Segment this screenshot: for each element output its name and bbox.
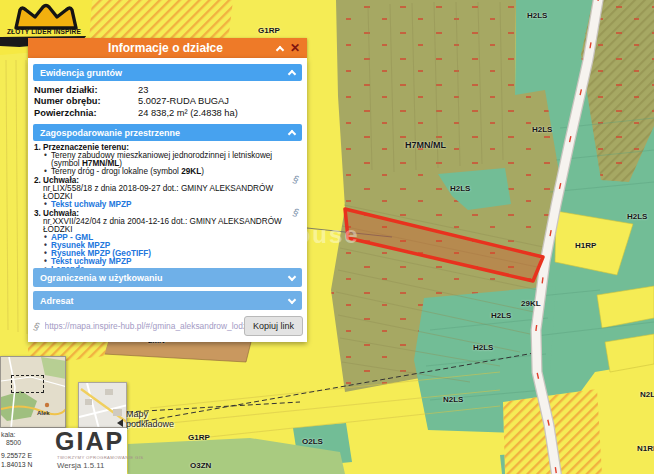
zone-label: H2LS — [450, 184, 470, 193]
zone-label: N2LS — [640, 390, 654, 399]
zone-label: H2LS — [532, 125, 552, 134]
attribute-value: 23 — [138, 85, 301, 96]
resolution-reference: nr XXVII/242/04 z dnia 2004-12-16 dot.: … — [43, 218, 301, 234]
parcel-info-panel-header[interactable]: Informacje o działce ✕ — [28, 38, 307, 58]
item-number: 1. — [34, 144, 43, 152]
link-icon: § — [33, 320, 41, 332]
item-number: 2. — [34, 177, 43, 185]
zone-label: N2LS — [443, 395, 463, 404]
zoning-details: 1. Przeznaczenie terenu: Tereny zabudowy… — [34, 144, 301, 275]
app-window: G1RP H2LS H7MN/ML H2LS H2LS H2LS H1RP 29… — [0, 0, 654, 474]
section-ograniczenia[interactable]: Ograniczenia w użytkowaniu — [33, 268, 302, 287]
section-adresat[interactable]: Adresat — [33, 291, 302, 310]
zoning-bullet: Tereny dróg - drogi lokalne (symbol 29KL… — [51, 168, 301, 176]
giap-logo: GIAP — [55, 429, 124, 454]
attribute-row: Numer działki: 23 — [34, 85, 301, 96]
zone-label: O3ZN — [190, 461, 211, 470]
overview-minimap[interactable]: Alek — [0, 356, 66, 428]
basemap-label: Mapy podkładowe — [126, 409, 174, 429]
attribute-label: Numer działki: — [34, 85, 138, 96]
section-zagospodarowanie[interactable]: Zagospodarowanie przestrzenne — [33, 124, 302, 141]
zoning-item: 2. Uchwała: § nr LIX/558/18 z dnia 2018-… — [34, 177, 301, 209]
app-version: Wersja 1.5.11 — [57, 461, 104, 470]
scale-value: 8500 — [6, 439, 21, 446]
section-title: Ograniczenia w użytkowaniu — [40, 273, 289, 283]
coordinate-northing: 1.84013 N — [1, 461, 32, 468]
section-title: Ewidencja gruntów — [40, 68, 289, 78]
zone-label: H1RP — [575, 241, 596, 250]
copy-link-button[interactable]: Kopiuj link — [244, 316, 303, 336]
basemap-collapse-arrow-icon[interactable] — [117, 419, 123, 427]
chevron-down-icon — [288, 295, 296, 303]
share-url: https://mapa.inspire-hub.pl/#/gmina_alek… — [45, 321, 244, 331]
section-title: Zagospodarowanie przestrzenne — [40, 128, 289, 138]
section-ewidencja-gruntow[interactable]: Ewidencja gruntów — [33, 64, 302, 81]
crown-icon — [8, 2, 84, 30]
attribute-label: Numer obrębu: — [34, 96, 138, 107]
chevron-down-icon — [288, 272, 296, 280]
attribute-label: Powierzchnia: — [34, 108, 138, 119]
zone-label: H2LS — [527, 11, 547, 20]
giap-tagline: TWORZYMY OPROGRAMOWANIE GIS — [57, 455, 143, 460]
award-badge-title: ZŁOTY LIDER INSPIRE — [0, 28, 88, 35]
zone-label: N1RP — [637, 444, 654, 453]
collapse-panel-icon[interactable] — [276, 45, 284, 53]
zone-label: G1RP — [188, 433, 210, 442]
zone-label: H2LS — [491, 311, 511, 320]
scale-label: kala: — [1, 431, 15, 438]
coordinate-easting: 9.25572 E — [1, 452, 32, 459]
attribute-row: Numer obrębu: 5.0027-RUDA BUGAJ — [34, 96, 301, 107]
minimap-extent-box — [11, 375, 44, 393]
attribute-value: 5.0027-RUDA BUGAJ — [138, 96, 301, 107]
parcel-info-panel: Ewidencja gruntów Numer działki: 23 Nume… — [28, 58, 307, 342]
map-footer: kala: 8500 9.25572 E 1.84013 N GIAP TWOR… — [0, 428, 127, 474]
zone-label: 29KL — [521, 299, 541, 308]
attribute-value: 24 838,2 m² (2.4838 ha) — [138, 108, 301, 119]
zone-label: O2LS — [302, 437, 323, 446]
chevron-up-icon — [288, 130, 296, 138]
zone-label: H7MN/ML — [405, 140, 446, 150]
item-number: 3. — [34, 210, 43, 218]
link-tekst-uchwaly-mpzp[interactable]: Tekst uchwały MPZP — [51, 201, 301, 209]
parcel-attributes: Numer działki: 23 Numer obrębu: 5.0027-R… — [34, 85, 301, 119]
zoning-bullet: Tereny zabudowy mieszkaniowej jednorodzi… — [51, 152, 301, 168]
chevron-up-icon — [288, 70, 296, 78]
zoning-item: 1. Przeznaczenie terenu: Tereny zabudowy… — [34, 144, 301, 176]
zone-label: H2LS — [627, 212, 647, 221]
resolution-reference: nr LIX/558/18 z dnia 2018-09-27 dot.: GM… — [43, 185, 301, 201]
zoning-item: 3. Uchwała: § nr XXVII/242/04 z dnia 200… — [34, 210, 301, 274]
zone-label: G1RP — [258, 26, 280, 35]
panel-title: Informacje o działce — [28, 41, 277, 55]
section-title: Adresat — [40, 296, 289, 306]
attribute-row: Powierzchnia: 24 838,2 m² (2.4838 ha) — [34, 108, 301, 119]
share-url-row: § https://mapa.inspire-hub.pl/#/gmina_al… — [32, 314, 303, 338]
minimap-town-label: Alek — [37, 410, 50, 416]
link-tekst-uchwaly-mpzp[interactable]: Tekst uchwały MPZP — [51, 258, 301, 266]
zone-label: H2LS — [473, 343, 493, 352]
close-icon[interactable]: ✕ — [290, 42, 300, 54]
